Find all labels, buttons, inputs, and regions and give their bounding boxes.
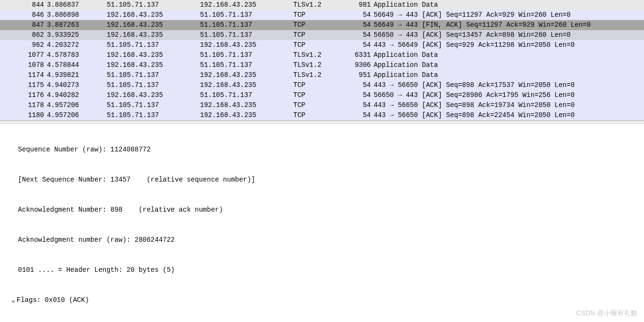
col-destination: 192.168.43.235 xyxy=(200,0,293,10)
col-length: 54 xyxy=(351,40,374,50)
col-no: 862 xyxy=(2,30,47,40)
col-time: 4.940273 xyxy=(47,80,107,90)
col-protocol: TLSv1.2 xyxy=(293,70,351,80)
col-time: 4.957206 xyxy=(47,100,107,110)
col-destination: 51.105.71.137 xyxy=(200,90,293,100)
col-protocol: TCP xyxy=(293,20,351,30)
col-protocol: TCP xyxy=(293,30,351,40)
col-destination: 192.168.43.235 xyxy=(200,70,293,80)
col-source: 51.105.71.137 xyxy=(107,100,200,110)
col-source: 51.105.71.137 xyxy=(107,70,200,80)
col-no: 1175 xyxy=(2,80,47,90)
col-time: 3.933925 xyxy=(47,30,107,40)
col-source: 192.168.43.235 xyxy=(107,30,200,40)
detail-ack-num[interactable]: Acknowledgment Number: 898 (relative ack… xyxy=(0,205,644,215)
col-length: 54 xyxy=(351,100,374,110)
col-time: 3.886898 xyxy=(47,10,107,20)
col-time: 4.939821 xyxy=(47,70,107,80)
packet-row[interactable]: 10774.578783192.168.43.23551.105.71.137T… xyxy=(0,50,644,60)
col-time: 4.578783 xyxy=(47,50,107,60)
col-source: 192.168.43.235 xyxy=(107,20,200,30)
col-protocol: TCP xyxy=(293,10,351,20)
packet-row[interactable]: 8623.933925192.168.43.23551.105.71.137TC… xyxy=(0,30,644,40)
col-no: 1174 xyxy=(2,70,47,80)
packet-row[interactable]: 9624.20327251.105.71.137192.168.43.235TC… xyxy=(0,40,644,50)
col-length: 981 xyxy=(351,0,374,10)
col-length: 54 xyxy=(351,80,374,90)
col-info: 56649 → 443 [ACK] Seq=11297 Ack=929 Win=… xyxy=(374,10,642,20)
col-length: 54 xyxy=(351,30,374,40)
packet-row[interactable]: 8463.886898192.168.43.23551.105.71.137TC… xyxy=(0,10,644,20)
col-destination: 192.168.43.235 xyxy=(200,80,293,90)
col-no: 847 xyxy=(2,20,47,30)
col-destination: 51.105.71.137 xyxy=(200,30,293,40)
col-length: 9306 xyxy=(351,60,374,70)
detail-flags[interactable]: ⌄Flags: 0x010 (ACK) xyxy=(0,295,644,305)
packet-list[interactable]: 8443.88683751.105.71.137192.168.43.235TL… xyxy=(0,0,644,121)
packet-row[interactable]: 11754.94027351.105.71.137192.168.43.235T… xyxy=(0,80,644,90)
col-length: 54 xyxy=(351,10,374,20)
col-source: 192.168.43.235 xyxy=(107,60,200,70)
col-source: 51.105.71.137 xyxy=(107,80,200,90)
col-info: Application Data xyxy=(374,50,642,60)
col-no: 1178 xyxy=(2,100,47,110)
packet-row[interactable]: 8473.887263192.168.43.23551.105.71.137TC… xyxy=(0,20,644,30)
col-info: 443 → 56650 [ACK] Seq=898 Ack=22454 Win=… xyxy=(374,110,642,120)
col-time: 3.887263 xyxy=(47,20,107,30)
col-protocol: TLSv1.2 xyxy=(293,50,351,60)
detail-seq-raw[interactable]: Sequence Number (raw): 1124088772 xyxy=(0,145,644,155)
col-protocol: TCP xyxy=(293,80,351,90)
col-time: 4.940282 xyxy=(47,90,107,100)
packet-row[interactable]: 11784.95720651.105.71.137192.168.43.235T… xyxy=(0,100,644,110)
col-protocol: TCP xyxy=(293,90,351,100)
col-destination: 192.168.43.235 xyxy=(200,40,293,50)
col-protocol: TLSv1.2 xyxy=(293,0,351,10)
col-info: 443 → 56650 [ACK] Seq=898 Ack=19734 Win=… xyxy=(374,100,642,110)
col-no: 1180 xyxy=(2,110,47,120)
col-no: 846 xyxy=(2,10,47,20)
col-no: 1077 xyxy=(2,50,47,60)
col-no: 844 xyxy=(2,0,47,10)
col-length: 54 xyxy=(351,20,374,30)
col-destination: 51.105.71.137 xyxy=(200,10,293,20)
col-length: 6331 xyxy=(351,50,374,60)
col-source: 192.168.43.235 xyxy=(107,50,200,60)
packet-row[interactable]: 10784.578844192.168.43.23551.105.71.137T… xyxy=(0,60,644,70)
col-protocol: TCP xyxy=(293,110,351,120)
col-info: 56650 → 443 [ACK] Seq=13457 Ack=898 Win=… xyxy=(374,30,642,40)
col-length: 54 xyxy=(351,90,374,100)
packet-row[interactable]: 11744.93982151.105.71.137192.168.43.235T… xyxy=(0,70,644,80)
col-no: 1176 xyxy=(2,90,47,100)
col-info: 443 → 56650 [ACK] Seq=898 Ack=17537 Win=… xyxy=(374,80,642,90)
col-time: 4.957206 xyxy=(47,110,107,120)
col-no: 1078 xyxy=(2,60,47,70)
packet-row[interactable]: 11764.940282192.168.43.23551.105.71.137T… xyxy=(0,90,644,100)
col-destination: 192.168.43.235 xyxy=(200,110,293,120)
col-destination: 51.105.71.137 xyxy=(200,20,293,30)
watermark: CSDN @小猴有礼貌 xyxy=(576,308,637,318)
col-length: 54 xyxy=(351,110,374,120)
col-source: 51.105.71.137 xyxy=(107,110,200,120)
col-no: 962 xyxy=(2,40,47,50)
detail-next-seq[interactable]: [Next Sequence Number: 13457 (relative s… xyxy=(0,175,644,185)
col-info: 56650 → 443 [ACK] Seq=28986 Ack=1795 Win… xyxy=(374,90,642,100)
col-destination: 51.105.71.137 xyxy=(200,60,293,70)
col-source: 192.168.43.235 xyxy=(107,90,200,100)
col-info: Application Data xyxy=(374,70,642,80)
col-protocol: TLSv1.2 xyxy=(293,60,351,70)
col-source: 51.105.71.137 xyxy=(107,0,200,10)
col-source: 192.168.43.235 xyxy=(107,10,200,20)
detail-pane[interactable]: Sequence Number (raw): 1124088772 [Next … xyxy=(0,124,644,322)
detail-header-len[interactable]: 0101 .... = Header Length: 20 bytes (5) xyxy=(0,265,644,275)
col-destination: 192.168.43.235 xyxy=(200,100,293,110)
col-source: 51.105.71.137 xyxy=(107,40,200,50)
chevron-down-icon[interactable]: ⌄ xyxy=(10,295,17,305)
col-info: 443 → 56649 [ACK] Seq=929 Ack=11298 Win=… xyxy=(374,40,642,50)
detail-ack-raw[interactable]: Acknowledgment number (raw): 2806244722 xyxy=(0,235,644,245)
col-protocol: TCP xyxy=(293,100,351,110)
col-destination: 51.105.71.137 xyxy=(200,50,293,60)
packet-row[interactable]: 8443.88683751.105.71.137192.168.43.235TL… xyxy=(0,0,644,10)
col-time: 4.578844 xyxy=(47,60,107,70)
col-protocol: TCP xyxy=(293,40,351,50)
packet-row[interactable]: 11804.95720651.105.71.137192.168.43.235T… xyxy=(0,110,644,120)
